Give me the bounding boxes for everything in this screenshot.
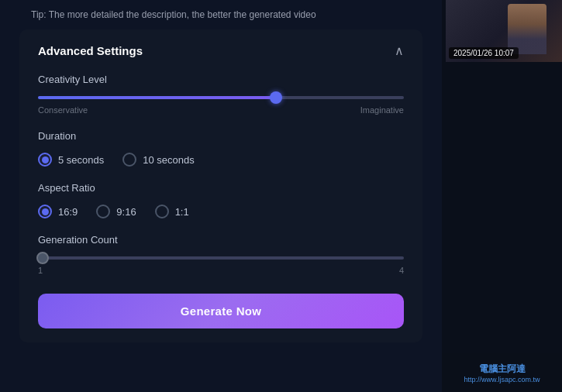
- creativity-label: Creativity Level: [38, 74, 404, 85]
- aspect-ratio-radio-group: 16:9 9:16 1:1: [38, 205, 404, 218]
- generation-slider-track: [38, 256, 404, 260]
- main-container: Tip: The more detailed the description, …: [0, 0, 562, 392]
- duration-5s-radio[interactable]: [38, 153, 52, 167]
- generation-labels: 1 4: [38, 266, 404, 275]
- creativity-slider-container: [38, 96, 404, 99]
- aspect-1-1-option[interactable]: 1:1: [155, 205, 189, 218]
- duration-10s-radio[interactable]: [122, 153, 136, 167]
- aspect-1-1-label: 1:1: [175, 206, 189, 218]
- watermark-brand: 電腦主阿達: [479, 363, 526, 376]
- aspect-16-9-label: 16:9: [58, 206, 78, 218]
- duration-5s-label: 5 seconds: [58, 154, 104, 166]
- thumbnail-container: 2025/01/26 10:07: [446, 0, 562, 62]
- aspect-9-16-label: 9:16: [116, 206, 136, 218]
- duration-section: Duration 5 seconds 10 seconds: [38, 130, 404, 167]
- timestamp-badge: 2025/01/26 10:07: [449, 47, 519, 59]
- aspect-1-1-radio[interactable]: [155, 205, 169, 218]
- generation-slider-thumb[interactable]: [36, 252, 49, 264]
- aspect-9-16-option[interactable]: 9:16: [96, 205, 136, 218]
- advanced-settings-title: Advanced Settings: [38, 44, 143, 57]
- aspect-16-9-radio-inner: [42, 208, 49, 215]
- generation-slider-container: [38, 256, 404, 260]
- imaginative-label: Imaginative: [360, 105, 404, 115]
- duration-10s-label: 10 seconds: [143, 154, 195, 166]
- duration-label: Duration: [38, 130, 404, 142]
- watermark: 電腦主阿達 http://www.ljsapc.com.tw: [442, 353, 562, 392]
- aspect-ratio-label: Aspect Ratio: [38, 182, 404, 194]
- advanced-settings-header[interactable]: Advanced Settings ∧: [38, 43, 404, 58]
- right-panel: 2025/01/26 10:07 電腦主阿達 http://www.ljsapc…: [442, 0, 562, 392]
- duration-5s-radio-inner: [42, 156, 49, 163]
- aspect-16-9-option[interactable]: 16:9: [38, 205, 78, 218]
- duration-10s-option[interactable]: 10 seconds: [122, 153, 195, 167]
- generation-min-label: 1: [38, 266, 43, 275]
- creativity-slider-labels: Conservative Imaginative: [38, 105, 404, 115]
- aspect-9-16-radio[interactable]: [96, 205, 110, 218]
- watermark-url: http://www.ljsapc.com.tw: [464, 376, 540, 383]
- aspect-ratio-section: Aspect Ratio 16:9 9:16 1:1: [38, 182, 404, 218]
- creativity-section: Creativity Level Conservative Imaginativ…: [38, 74, 404, 115]
- duration-radio-group: 5 seconds 10 seconds: [38, 153, 404, 167]
- creativity-slider-track: [38, 96, 404, 99]
- generation-max-label: 4: [399, 266, 404, 275]
- duration-5s-option[interactable]: 5 seconds: [38, 153, 104, 167]
- left-panel: Tip: The more detailed the description, …: [0, 0, 442, 392]
- chevron-up-icon: ∧: [395, 43, 404, 58]
- advanced-settings-panel: Advanced Settings ∧ Creativity Level Con…: [19, 29, 422, 342]
- aspect-16-9-radio[interactable]: [38, 205, 52, 218]
- generation-count-section: Generation Count 1 4: [38, 234, 404, 275]
- conservative-label: Conservative: [38, 105, 88, 115]
- thumbnail-image: 2025/01/26 10:07: [446, 0, 562, 62]
- generate-button[interactable]: Generate Now: [38, 294, 404, 328]
- creativity-slider-thumb[interactable]: [270, 91, 282, 104]
- tip-text: Tip: The more detailed the description, …: [0, 0, 442, 29]
- generation-count-label: Generation Count: [38, 234, 404, 246]
